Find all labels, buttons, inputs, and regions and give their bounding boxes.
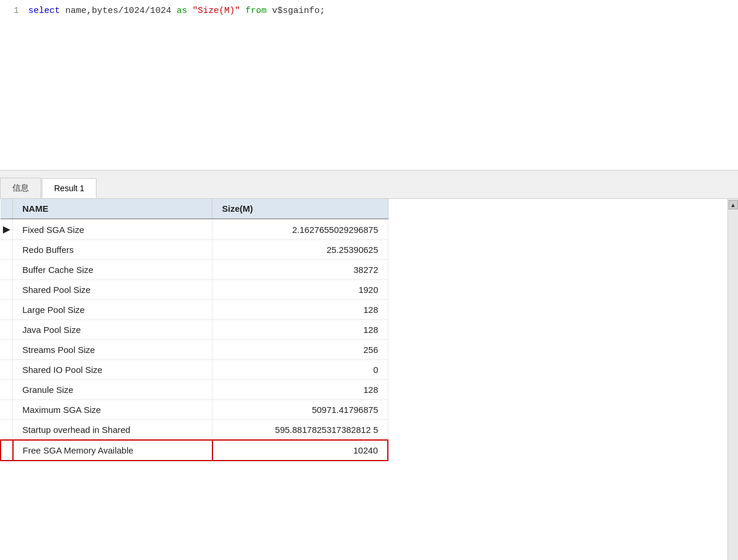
row-indicator (1, 380, 13, 400)
row-name-cell: Maximum SGA Size (13, 400, 212, 420)
tab-info[interactable]: 信息 (0, 178, 41, 198)
sql-alias-string: "Size(M)" (187, 6, 245, 16)
row-indicator (1, 420, 13, 441)
row-size-cell: 128 (212, 300, 388, 320)
table-row: Startup overhead in Shared595.8817825317… (1, 420, 388, 441)
results-area: NAME Size(M) ▶Fixed SGA Size2.1627655029… (0, 199, 738, 560)
table-row: Maximum SGA Size50971.41796875 (1, 400, 388, 420)
row-name-cell: Free SGA Memory Available (13, 440, 212, 461)
row-name-cell: Redo Buffers (13, 240, 212, 260)
row-name-cell: Buffer Cache Size (13, 260, 212, 280)
scrollbar-up-arrow[interactable]: ▲ (729, 200, 738, 209)
row-size-cell: 128 (212, 380, 388, 400)
table-row: Buffer Cache Size38272 (1, 260, 388, 280)
table-row: Streams Pool Size256 (1, 340, 388, 360)
table-row: Granule Size128 (1, 380, 388, 400)
row-indicator (1, 440, 13, 461)
sql-as-keyword: as (177, 6, 187, 16)
column-header-size: Size(M) (212, 199, 388, 219)
sql-table-name: v$sgainfo; (267, 6, 325, 16)
row-name-cell: Startup overhead in Shared (13, 420, 212, 441)
table-row: Free SGA Memory Available10240 (1, 440, 388, 461)
row-size-cell: 50971.41796875 (212, 400, 388, 420)
row-indicator (1, 340, 13, 360)
row-size-cell: 256 (212, 340, 388, 360)
sql-line-1: 1 select name,bytes/1024/1024 as "Size(M… (0, 5, 738, 17)
row-size-cell: 595.8817825317382812 5 (212, 420, 388, 441)
row-indicator (1, 320, 13, 340)
column-header-name: NAME (13, 199, 212, 219)
row-indicator (1, 280, 13, 300)
row-name-cell: Large Pool Size (13, 300, 212, 320)
table-row: Large Pool Size128 (1, 300, 388, 320)
row-indicator (1, 360, 13, 380)
row-name-cell: Shared Pool Size (13, 280, 212, 300)
row-indicator (1, 300, 13, 320)
row-name-cell: Shared IO Pool Size (13, 360, 212, 380)
results-table: NAME Size(M) ▶Fixed SGA Size2.1627655029… (0, 199, 388, 461)
row-indicator: ▶ (1, 219, 13, 240)
row-indicator (1, 260, 13, 280)
row-size-cell: 128 (212, 320, 388, 340)
table-row: Shared IO Pool Size0 (1, 360, 388, 380)
tab-result1[interactable]: Result 1 (42, 178, 97, 198)
row-size-cell: 38272 (212, 260, 388, 280)
scrollbar-track[interactable]: ▲ (727, 199, 738, 560)
row-size-cell: 25.25390625 (212, 240, 388, 260)
line-number: 1 (5, 6, 28, 15)
table-header-row: NAME Size(M) (1, 199, 388, 219)
tab-result1-label: Result 1 (54, 184, 84, 193)
table-row: Java Pool Size128 (1, 320, 388, 340)
sql-editor[interactable]: 1 select name,bytes/1024/1024 as "Size(M… (0, 0, 738, 171)
table-container[interactable]: NAME Size(M) ▶Fixed SGA Size2.1627655029… (0, 199, 727, 560)
table-row: ▶Fixed SGA Size2.1627655029296875 (1, 219, 388, 240)
row-name-cell: Granule Size (13, 380, 212, 400)
row-size-cell: 1920 (212, 280, 388, 300)
row-indicator (1, 400, 13, 420)
sql-from-keyword: from (245, 6, 267, 16)
indicator-header (1, 199, 13, 219)
sql-code: select name,bytes/1024/1024 as "Size(M)"… (28, 6, 733, 16)
tab-info-label: 信息 (12, 183, 29, 192)
row-name-cell: Fixed SGA Size (13, 219, 212, 240)
tabs-bar: 信息 Result 1 (0, 171, 738, 199)
table-row: Shared Pool Size1920 (1, 280, 388, 300)
sql-select-keyword: select (28, 6, 60, 16)
row-name-cell: Streams Pool Size (13, 340, 212, 360)
row-name-cell: Java Pool Size (13, 320, 212, 340)
app-container: 1 select name,bytes/1024/1024 as "Size(M… (0, 0, 738, 560)
table-row: Redo Buffers25.25390625 (1, 240, 388, 260)
row-size-cell: 2.1627655029296875 (212, 219, 388, 240)
row-size-cell: 0 (212, 360, 388, 380)
row-indicator (1, 240, 13, 260)
row-size-cell: 10240 (212, 440, 388, 461)
sql-fields: name,bytes/1024/1024 (60, 6, 177, 16)
